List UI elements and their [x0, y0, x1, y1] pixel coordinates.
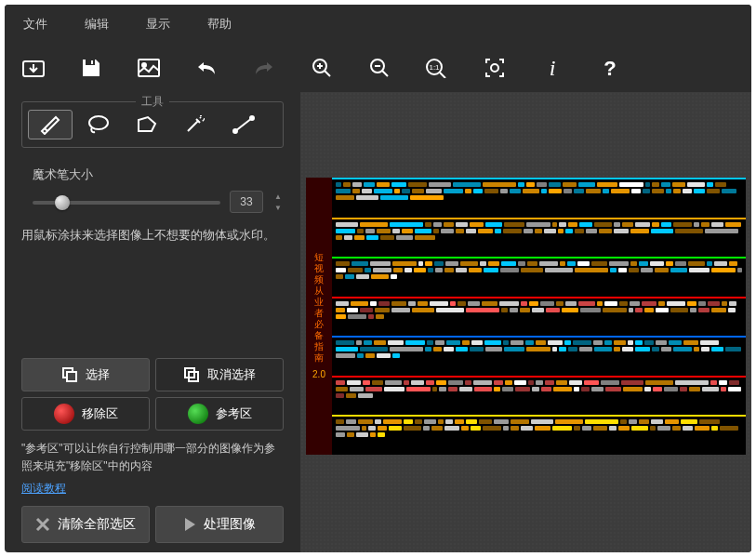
save-icon: [81, 58, 101, 78]
menu-file[interactable]: 文件: [5, 12, 66, 36]
zoom-out-button[interactable]: [360, 51, 399, 85]
clear-all-button[interactable]: 清除全部选区: [21, 506, 150, 543]
tutorial-link[interactable]: 阅读教程: [21, 481, 284, 497]
svg-rect-16: [67, 372, 76, 381]
svg-rect-2: [91, 60, 93, 64]
toolbar: 1:1 i ?: [5, 44, 751, 92]
brush-size-param: 魔术笔大小 33 ▲ ▼: [21, 166, 284, 213]
actual-size-icon: 1:1: [425, 58, 449, 78]
image-icon: [138, 59, 160, 77]
close-icon: [35, 517, 50, 532]
redo-button[interactable]: [245, 51, 284, 85]
brush-size-input[interactable]: 33: [230, 191, 263, 213]
polygon-icon: [135, 114, 159, 135]
line-icon: [232, 114, 256, 135]
copy-outline-icon: [183, 366, 200, 383]
spin-up[interactable]: ▲: [272, 191, 284, 202]
zoom-in-button[interactable]: [302, 51, 341, 85]
info-icon: i: [543, 57, 562, 79]
canvas-area[interactable]: 短视频从业者必备指南2.0: [300, 92, 751, 552]
polygon-tool[interactable]: [125, 110, 169, 139]
brush-tool[interactable]: [28, 110, 73, 139]
preview-side-label: 短视频从业者必备指南2.0: [306, 178, 332, 455]
svg-rect-1: [86, 60, 95, 65]
redo-icon: [254, 60, 274, 76]
select-button[interactable]: 选择: [21, 358, 150, 391]
fit-icon: [484, 58, 505, 78]
help-icon: ?: [601, 57, 619, 79]
zoom-fit-button[interactable]: [475, 51, 514, 85]
undo-icon: [196, 60, 217, 76]
image-button[interactable]: [129, 51, 168, 85]
wand-tool[interactable]: [173, 110, 218, 139]
reference-note: "参考区"可以让你自行控制用哪一部分的图像作为参照来填充"移除区"中的内容: [21, 440, 284, 475]
spin-down[interactable]: ▼: [272, 202, 284, 213]
svg-point-13: [233, 129, 237, 133]
sidebar: 工具: [5, 92, 300, 552]
copy-icon: [61, 366, 78, 383]
svg-point-4: [142, 63, 146, 67]
svg-point-9: [491, 64, 498, 72]
action-buttons: 清除全部选区 处理图像: [21, 506, 284, 543]
menu-edit[interactable]: 编辑: [66, 12, 127, 36]
open-button[interactable]: [14, 51, 53, 85]
process-button[interactable]: 处理图像: [155, 506, 284, 543]
svg-point-14: [250, 116, 254, 120]
green-dot-icon: [188, 404, 208, 424]
brush-size-slider[interactable]: [33, 192, 220, 211]
menu-view[interactable]: 显示: [127, 12, 189, 36]
svg-point-12: [89, 116, 108, 129]
selection-buttons: 选择 取消选择 移除区 参考区: [21, 358, 284, 431]
tool-group: 工具: [21, 101, 284, 148]
menu-help[interactable]: 帮助: [189, 12, 250, 36]
preview-image: 短视频从业者必备指南2.0: [306, 178, 746, 455]
menubar: 文件 编辑 显示 帮助: [5, 5, 751, 44]
brush-icon: [38, 114, 62, 135]
svg-text:?: ?: [603, 57, 616, 79]
lasso-tool[interactable]: [76, 110, 121, 139]
red-dot-icon: [54, 404, 74, 424]
zoom-actual-button[interactable]: 1:1: [418, 51, 457, 85]
zoom-in-icon: [312, 58, 332, 78]
line-tool[interactable]: [221, 110, 266, 139]
svg-text:i: i: [550, 57, 556, 79]
info-button[interactable]: i: [533, 51, 572, 85]
content: 工具: [5, 92, 751, 552]
brush-size-label: 魔术笔大小: [21, 166, 284, 183]
play-icon: [183, 517, 196, 532]
lasso-icon: [86, 114, 111, 135]
remove-zone-button[interactable]: 移除区: [21, 397, 150, 431]
app-window: 文件 编辑 显示 帮助 1:1: [5, 5, 751, 552]
deselect-button[interactable]: 取消选择: [155, 358, 284, 391]
help-button[interactable]: ?: [590, 51, 630, 85]
reference-zone-button[interactable]: 参考区: [155, 397, 284, 431]
undo-button[interactable]: [187, 51, 226, 85]
tool-group-label: 工具: [136, 94, 169, 110]
zoom-out-icon: [369, 58, 390, 78]
wand-icon: [183, 114, 207, 135]
save-button[interactable]: [72, 51, 111, 85]
svg-text:1:1: 1:1: [429, 63, 440, 72]
tool-hint: 用鼠标涂抹来选择图像上不想要的物体或水印。: [21, 226, 284, 245]
folder-open-icon: [22, 59, 45, 77]
